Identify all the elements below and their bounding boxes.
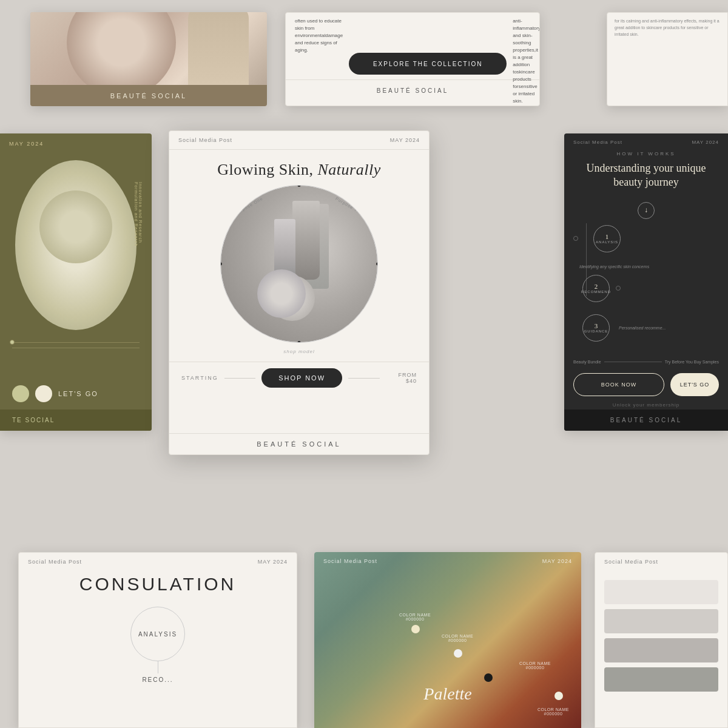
- dot1: [10, 340, 15, 345]
- color-dot-4: [554, 692, 563, 700]
- palette-label: Palette: [423, 684, 471, 704]
- card-top-left: BEAUTÉ SOCIAL: [30, 12, 267, 106]
- right-dark-title: Understanding your unique beauty journey: [564, 161, 728, 199]
- color-dot-1: [411, 625, 420, 633]
- post-label: Social Media Post: [573, 140, 622, 145]
- flow-circle-analysis: ANALYSIS: [130, 607, 185, 661]
- title-area: Glowing Skin, Naturally: [169, 150, 429, 185]
- down-arrow-icon: ↓: [638, 202, 655, 219]
- right-dark-topbar: Social Media Post MAY 2024: [564, 133, 728, 151]
- date-label: MAY 2024: [258, 559, 288, 565]
- canvas: BEAUTÉ SOCIAL often used to educate skin…: [0, 0, 728, 728]
- dot-bottom: [298, 341, 301, 343]
- step1: 1 ANALYSIS: [573, 225, 719, 252]
- mid-left-brand-footer: TE SOCIAL: [0, 410, 152, 431]
- top-center-content: often used to educate skin from environm…: [286, 13, 539, 79]
- explore-button[interactable]: EXPLORE THE COLLECTION: [349, 53, 507, 75]
- card-bot-left: Social Media Post MAY 2024 CONSULATION A…: [18, 552, 297, 728]
- right-dark-footer: BEAUTÉ SOCIAL: [564, 410, 728, 431]
- card-mid-left: MAY 2024 Innovation and Research Formula…: [0, 133, 152, 431]
- swatches: [595, 571, 727, 701]
- main-footer-brand: BEAUTÉ SOCIAL: [169, 433, 429, 454]
- step3-circle: 3 GUIDANCE: [582, 314, 610, 342]
- footer-btn1[interactable]: [12, 385, 29, 402]
- bundle-row: Beauty Bundle Try Before You Buy Samples: [564, 357, 728, 367]
- col2: anti-inflammatory and skin-soothing prop…: [513, 18, 540, 75]
- line-group: [0, 336, 152, 354]
- flow-line: [158, 661, 158, 673]
- bundle-text: Beauty Bundle: [573, 360, 601, 364]
- explore-label: EXPLORE THE COLLECTION: [373, 61, 483, 67]
- card-bot-center: Social Media Post MAY 2024 COLOR NAME #0…: [314, 552, 581, 728]
- card-top-center: often used to educate skin from environm…: [285, 12, 540, 106]
- step2: 2 RECOMMEND: [573, 275, 719, 302]
- photo-area: [30, 12, 267, 85]
- starting-label: STARTING: [181, 375, 218, 381]
- step1-dot: [573, 236, 578, 241]
- bottle-short: [274, 219, 295, 280]
- post-label: Social Media Post: [28, 559, 82, 565]
- card-top-left-footer: BEAUTÉ SOCIAL: [30, 85, 267, 106]
- date-label: MAY 2024: [390, 137, 420, 143]
- main-title: Glowing Skin, Naturally: [181, 161, 417, 179]
- next-text: RECO...: [142, 673, 173, 683]
- analysis-label: ANALYSIS: [138, 631, 177, 638]
- lets-go-button[interactable]: LET'S GO: [670, 373, 719, 396]
- bundle-line: [604, 362, 662, 362]
- how-works-label: HOW IT WORKS: [564, 151, 728, 157]
- mid-left-date: MAY 2024: [9, 141, 44, 147]
- color-dot-2: [454, 649, 462, 658]
- unlock-text: Unlock your membership: [564, 402, 728, 408]
- step1-num: 1: [605, 233, 609, 240]
- bot-left-topbar: Social Media Post MAY 2024: [19, 553, 297, 571]
- step2-dot: [616, 286, 621, 291]
- post-label: Social Media Post: [323, 558, 377, 564]
- swatch-4: [604, 667, 718, 692]
- color-label-1: COLOR NAME #000000: [399, 613, 431, 621]
- line2: [12, 348, 140, 348]
- brand-label: TE SOCIAL: [12, 417, 55, 423]
- step3-desc: Personalised recomme...: [616, 326, 666, 330]
- bot-right-topbar: Social Media Post: [595, 553, 727, 571]
- brand-label: BEAUTÉ SOCIAL: [377, 87, 448, 94]
- main-top-bar: Social Media Post MAY 2024: [169, 131, 429, 150]
- brand-label: BEAUTÉ SOCIAL: [610, 417, 682, 423]
- line-sep-right: [348, 378, 379, 379]
- brand-label: BEAUTÉ SOCIAL: [110, 92, 187, 99]
- swatch-3: [604, 638, 718, 662]
- try-text: Try Before You Buy Samples: [665, 360, 719, 364]
- color-label-2: COLOR NAME #000000: [442, 634, 473, 642]
- post-label: Social Media Post: [604, 559, 658, 565]
- step1-label: ANALYSIS: [596, 240, 618, 244]
- step1-circle: 1 ANALYSIS: [593, 225, 621, 252]
- dot-right: [376, 263, 378, 266]
- lets-go-label: LET'S GO: [58, 390, 98, 397]
- swatch-2: [604, 609, 718, 633]
- book-now-button[interactable]: BOOK NOW: [573, 373, 664, 396]
- post-label: Social Media Post: [178, 137, 232, 143]
- top-center-footer: BEAUTÉ SOCIAL: [286, 79, 539, 101]
- bottle-tall: [292, 201, 320, 280]
- consulation-title: CONSULATION: [19, 574, 297, 595]
- swatch-row-4: [604, 667, 718, 692]
- color-label-4: COLOR NAME #000000: [538, 707, 569, 716]
- brand-label: BEAUTÉ SOCIAL: [257, 440, 341, 448]
- step3-num: 3: [595, 322, 598, 329]
- card-main-center: Social Media Post MAY 2024 Glowing Skin,…: [169, 130, 430, 455]
- top-right-text: for its calming and anti-inflammatory ef…: [607, 13, 727, 46]
- step3-label: GUIDANCE: [584, 329, 608, 333]
- step2-label: RECOMMEND: [581, 290, 611, 294]
- step3: 3 GUIDANCE Personalised recomme...: [573, 314, 719, 342]
- mid-left-footer: LET'S GO: [0, 378, 152, 410]
- date-label: MAY 2024: [692, 140, 719, 145]
- swatch-row-3: [604, 638, 718, 662]
- footer-btn2[interactable]: [35, 385, 52, 402]
- mid-left-header: MAY 2024: [0, 133, 152, 154]
- sub-label: shop model: [169, 349, 429, 354]
- arrow-down: ↓: [573, 202, 719, 219]
- shop-now-button[interactable]: SHOP NOW: [261, 368, 342, 388]
- step2-num: 2: [595, 283, 598, 290]
- glass-ball: [269, 275, 315, 321]
- step2-circle: 2 RECOMMEND: [582, 275, 610, 302]
- circle-flow: ANALYSIS RECO...: [19, 607, 297, 683]
